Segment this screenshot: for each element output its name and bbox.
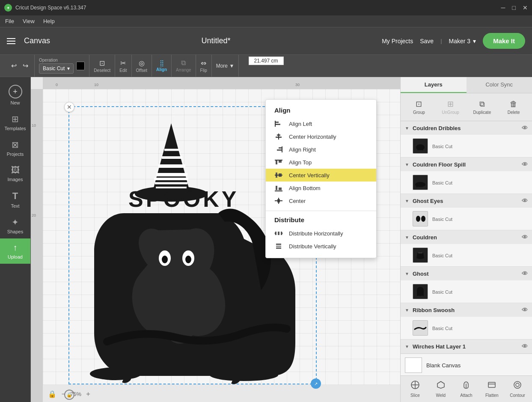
layer-group-header-ghost-eyes[interactable]: ▼ Ghost Eyes 👁 bbox=[401, 194, 532, 208]
svg-rect-18 bbox=[275, 121, 276, 127]
flatten-button[interactable]: Flatten bbox=[479, 378, 505, 400]
delete-label: Delete bbox=[508, 110, 520, 115]
center-item[interactable]: Center bbox=[266, 194, 376, 207]
zoom-out-button[interactable]: － bbox=[60, 390, 67, 399]
more-button[interactable]: More ▼ bbox=[216, 63, 235, 69]
center-vertically-item[interactable]: Center Vertically bbox=[266, 169, 376, 182]
flip-group: ⇔ Flip bbox=[196, 55, 212, 77]
operation-select[interactable]: Basic Cut ▾ bbox=[39, 63, 74, 74]
weld-button[interactable]: Weld bbox=[428, 378, 454, 400]
svg-point-13 bbox=[185, 256, 191, 263]
distribute-vertically-icon bbox=[274, 243, 283, 250]
visibility-toggle-couldren-dribbles[interactable]: 👁 bbox=[522, 125, 528, 131]
edit-icon[interactable]: ✂ bbox=[120, 59, 126, 67]
distribute-horizontally-item[interactable]: Distribute Horizontally bbox=[266, 227, 376, 240]
layer-group-header-ribbon-swoosh[interactable]: ▼ Ribbon Swoosh 👁 bbox=[401, 303, 532, 317]
layer-group-header-wirches-hat[interactable]: ▼ Wirches Hat Layer 1 👁 bbox=[401, 339, 532, 353]
list-item[interactable]: Basic Cut bbox=[401, 244, 532, 266]
ruler-horizontal: 0 10 30 bbox=[43, 77, 400, 89]
color-swatch[interactable] bbox=[76, 62, 85, 70]
make-it-button[interactable]: Make It bbox=[483, 33, 525, 49]
align-top-item[interactable]: Align Top bbox=[266, 156, 376, 169]
svg-point-56 bbox=[514, 381, 521, 388]
distribute-vertically-item[interactable]: Distribute Vertically bbox=[266, 240, 376, 253]
arrange-icon[interactable]: ⧉ bbox=[181, 59, 186, 67]
layer-info: Basic Cut bbox=[432, 179, 527, 186]
align-left-item[interactable]: Align Left bbox=[266, 117, 376, 130]
ungroup-button[interactable]: ⊞ UnGroup bbox=[436, 97, 466, 117]
slice-button[interactable]: Slice bbox=[402, 378, 428, 400]
layer-group-header-couldren-dribbles[interactable]: ▼ Couldren Dribbles 👁 bbox=[401, 121, 532, 135]
tab-color-sync[interactable]: Color Sync bbox=[467, 77, 532, 93]
sidebar-item-text[interactable]: T Text bbox=[0, 186, 30, 213]
window-controls[interactable]: ─ □ ✕ bbox=[501, 4, 528, 11]
sidebar-item-projects[interactable]: ⊠ Projects bbox=[0, 135, 30, 161]
layer-group-header-ghost[interactable]: ▼ Ghost 👁 bbox=[401, 267, 532, 280]
lock-zoom-icon[interactable]: 🔒 bbox=[48, 390, 56, 398]
sidebar-item-shapes[interactable]: ✦ Shapes bbox=[0, 213, 30, 238]
sidebar-item-images[interactable]: 🖼 Images bbox=[0, 161, 30, 186]
visibility-toggle-couldren-floor-spill[interactable]: 👁 bbox=[522, 161, 528, 168]
menu-help[interactable]: Help bbox=[43, 18, 55, 24]
list-item[interactable]: Basic Cut bbox=[401, 135, 532, 157]
layer-group-ribbon-swoosh: ▼ Ribbon Swoosh 👁 Basic Cut bbox=[401, 303, 532, 339]
visibility-toggle-ribbon-swoosh[interactable]: 👁 bbox=[522, 307, 528, 313]
layer-group-header-couldren[interactable]: ▼ Couldren 👁 bbox=[401, 230, 532, 244]
blank-canvas-item[interactable]: Blank Canvas bbox=[401, 354, 532, 375]
close-btn[interactable]: ✕ bbox=[523, 4, 528, 11]
visibility-toggle-wirches-hat[interactable]: 👁 bbox=[522, 343, 528, 350]
align-label[interactable]: Align bbox=[156, 67, 167, 72]
machine-selector[interactable]: Maker 3 ▾ bbox=[449, 38, 476, 45]
contour-button[interactable]: Contour bbox=[505, 378, 530, 400]
my-projects-button[interactable]: My Projects bbox=[382, 38, 413, 45]
maximize-btn[interactable]: □ bbox=[512, 4, 516, 11]
layer-info: Basic Cut bbox=[432, 325, 527, 331]
list-item[interactable]: Basic Cut bbox=[401, 171, 532, 194]
zoom-in-button[interactable]: ＋ bbox=[85, 390, 92, 399]
menu-file[interactable]: File bbox=[5, 18, 14, 24]
save-button[interactable]: Save bbox=[420, 38, 434, 45]
align-right-item[interactable]: Align Right bbox=[266, 143, 376, 156]
redo-button[interactable]: ↪ bbox=[21, 60, 30, 71]
menu-view[interactable]: View bbox=[23, 18, 35, 24]
layer-info: Basic Cut bbox=[432, 216, 527, 222]
sidebar-item-templates[interactable]: ⊞ Templates bbox=[0, 110, 30, 135]
project-name[interactable]: Untitled* bbox=[202, 36, 231, 45]
group-button[interactable]: ⊡ Group bbox=[404, 97, 434, 117]
sidebar-label-upload: Upload bbox=[8, 254, 23, 259]
list-item[interactable]: Basic Cut bbox=[401, 317, 532, 339]
edit-group: ✂ Edit bbox=[115, 55, 131, 77]
list-item[interactable]: Basic Cut bbox=[401, 280, 532, 303]
chevron-icon: ▼ bbox=[405, 344, 409, 349]
undo-button[interactable]: ↩ bbox=[9, 60, 18, 71]
panel-bottom-tools: Slice Weld Attach Flatten bbox=[401, 375, 532, 402]
hamburger-menu[interactable] bbox=[7, 38, 15, 44]
right-panel: Layers Color Sync ⊡ Group ⊞ UnGroup ⧉ Du… bbox=[400, 77, 532, 402]
minimize-btn[interactable]: ─ bbox=[501, 4, 505, 11]
tab-layers[interactable]: Layers bbox=[401, 77, 467, 93]
svg-point-12 bbox=[162, 256, 168, 263]
align-dropdown: Align Align Left Center Horizontally Ali… bbox=[265, 99, 377, 258]
flip-icon[interactable]: ⇔ bbox=[201, 59, 206, 67]
align-bottom-item[interactable]: Align Bottom bbox=[266, 182, 376, 194]
delete-button[interactable]: 🗑 Delete bbox=[499, 97, 529, 117]
align-icon[interactable]: ⣿ bbox=[160, 60, 164, 66]
list-item[interactable]: Basic Cut bbox=[401, 208, 532, 230]
visibility-toggle-ghost[interactable]: 👁 bbox=[522, 270, 528, 277]
duplicate-icon: ⧉ bbox=[479, 100, 485, 109]
svg-text:SPOOKY: SPOOKY bbox=[128, 187, 239, 211]
svg-rect-30 bbox=[275, 175, 282, 176]
visibility-toggle-couldren[interactable]: 👁 bbox=[522, 234, 528, 241]
visibility-toggle-ghost-eyes[interactable]: 👁 bbox=[522, 197, 528, 204]
align-right-label: Align Right bbox=[289, 146, 316, 153]
duplicate-button[interactable]: ⧉ Duplicate bbox=[467, 97, 497, 117]
attach-button[interactable]: Attach bbox=[454, 378, 479, 400]
sidebar-item-upload[interactable]: ↑ Upload bbox=[0, 238, 30, 264]
canvas-area[interactable]: 0 10 30 10 20 ✕ ↗ 🔒 + bbox=[31, 77, 400, 402]
layer-group-header-couldren-floor-spill[interactable]: ▼ Couldren Floor Spill 👁 bbox=[401, 158, 532, 171]
center-horizontally-item[interactable]: Center Horizontally bbox=[266, 130, 376, 143]
deselect-icon[interactable]: ⊡ bbox=[99, 59, 105, 67]
offset-icon[interactable]: ◎ bbox=[139, 59, 145, 67]
layer-operation: Basic Cut bbox=[432, 326, 452, 331]
sidebar-item-new[interactable]: + New bbox=[0, 80, 30, 110]
